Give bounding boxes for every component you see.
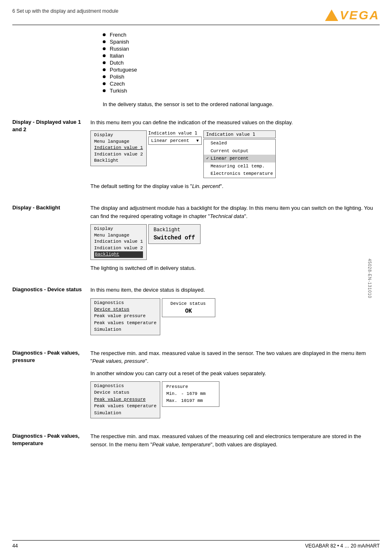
- language-list-item: French: [103, 32, 380, 38]
- section-content-peak-values-pressure: The respective min. and max. measured va…: [90, 349, 380, 423]
- bullet-dot-icon: [103, 68, 106, 71]
- page-number: 44: [12, 543, 18, 549]
- backlight-status-box: Backlight Switched off: [148, 224, 201, 244]
- bullet-dot-icon: [103, 54, 106, 57]
- peak-pressure-menu-box: Diagnostics Device status Peak value pre…: [90, 381, 160, 418]
- display-value-mockup: Display Menu language Indication value 1…: [90, 130, 380, 178]
- dropdown-options-list: Sealed Current output ✓Linear percent Me…: [203, 139, 276, 178]
- bullet-dot-icon: [103, 61, 106, 64]
- device-status-value-box: Device status OK: [162, 298, 215, 317]
- language-list-item: Italian: [103, 53, 380, 59]
- language-list-item: Czech: [103, 81, 380, 87]
- language-list-item: Dutch: [103, 60, 380, 66]
- section-label-device-status: Diagnostics - Device status: [12, 286, 90, 293]
- device-status-mockup: Diagnostics Device status Peak value pre…: [90, 298, 380, 335]
- bullet-dot-icon: [103, 33, 106, 36]
- section-content-backlight: The display and adjustment module has a …: [90, 204, 380, 276]
- page-header: 6 Set up with the display and adjustment…: [12, 8, 380, 25]
- section-label-display-value: Display - Displayed value 1 and 2: [12, 118, 90, 133]
- language-list-item: Spanish: [103, 39, 380, 45]
- language-list-item: Russian: [103, 46, 380, 52]
- bullet-dot-icon: [103, 75, 106, 78]
- bullet-dot-icon: [103, 89, 106, 92]
- default-setting-note: The default setting for the display valu…: [90, 182, 380, 190]
- peak-pressure-mockup: Diagnostics Device status Peak value pre…: [90, 381, 380, 418]
- section-display-value: Display - Displayed value 1 and 2 In thi…: [12, 118, 380, 195]
- delivery-note: In the delivery status, the sensor is se…: [103, 100, 380, 109]
- language-list-area: FrenchSpanishRussianItalianDutchPortugue…: [103, 32, 380, 94]
- section-peak-values-pressure: Diagnostics - Peak values, pressure The …: [12, 349, 380, 423]
- section-label-backlight: Display - Backlight: [12, 204, 90, 211]
- pressure-values-box: Pressure Min. - 1679 mm Max. 10197 mm: [162, 381, 219, 407]
- bullet-dot-icon: [103, 40, 106, 43]
- language-list-item: Polish: [103, 74, 380, 80]
- product-name: VEGABAR 82 • 4 … 20 mA/HART: [305, 543, 380, 549]
- section-content-display-value: In this menu item you can define the ind…: [90, 118, 380, 195]
- page-container: 6 Set up with the display and adjustment…: [0, 0, 392, 557]
- vega-triangle-icon: [325, 9, 338, 21]
- section-content-device-status: In this menu item, the device status is …: [90, 286, 380, 339]
- section-backlight: Display - Backlight The display and adju…: [12, 204, 380, 276]
- section-content-peak-values-temperature: The respective min. and max. measured va…: [90, 432, 380, 453]
- dropdown-arrow-icon: ▼: [196, 139, 199, 143]
- side-document-label: 45028-EN-131010: [367, 259, 372, 299]
- backlight-mockup: Display Menu language Indication value 1…: [90, 224, 380, 260]
- bullet-dot-icon: [103, 47, 106, 50]
- section-peak-values-temperature: Diagnostics - Peak values, temperature T…: [12, 432, 380, 453]
- vega-logo: VEGA: [325, 8, 380, 22]
- backlight-menu-box: Display Menu language Indication value 1…: [90, 224, 147, 260]
- page-footer: 44 VEGABAR 82 • 4 … 20 mA/HART: [12, 540, 380, 549]
- bullet-dot-icon: [103, 82, 106, 85]
- indication-dropdown-list: Indication value 1 Sealed Current output…: [203, 130, 276, 178]
- vega-logo-text: VEGA: [340, 8, 380, 22]
- language-list-item: Portuguese: [103, 67, 380, 73]
- indication-dropdown-area: Indication value 1 Linear percent ▼: [148, 130, 202, 145]
- language-list: FrenchSpanishRussianItalianDutchPortugue…: [103, 32, 380, 94]
- section-label-peak-values-pressure: Diagnostics - Peak values, pressure: [12, 349, 90, 364]
- checkmark-icon: ✓: [206, 155, 209, 162]
- section-device-status: Diagnostics - Device status In this menu…: [12, 286, 380, 339]
- display-menu-box: Display Menu language Indication value 1…: [90, 130, 147, 166]
- section-label-peak-values-temperature: Diagnostics - Peak values, temperature: [12, 432, 90, 447]
- chapter-title: 6 Set up with the display and adjustment…: [12, 8, 118, 14]
- backlight-note: The lighting is switched off in delivery…: [90, 264, 380, 272]
- diagnostics-menu-box: Diagnostics Device status Peak value pre…: [90, 298, 160, 335]
- linear-percent-dropdown[interactable]: Linear percent ▼: [148, 137, 202, 145]
- language-list-item: Turkish: [103, 88, 380, 94]
